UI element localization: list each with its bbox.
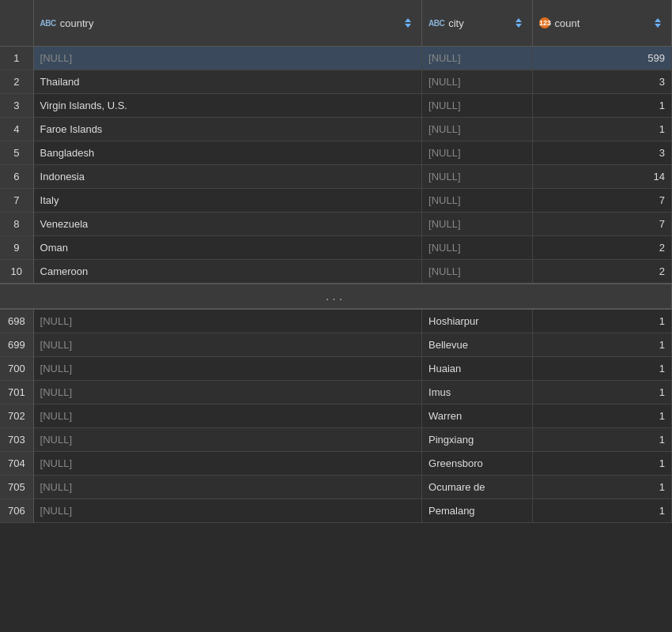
table-row: 705[NULL]Ocumare de1 (0, 476, 672, 499)
row-number-cell: 703 (0, 428, 33, 452)
country-cell: Oman (33, 236, 421, 260)
null-value: [NULL] (40, 339, 72, 351)
null-value: [NULL] (428, 100, 460, 111)
city-cell: Pemalang (422, 499, 533, 523)
row-number-cell: 705 (0, 476, 33, 499)
table-header-row: ABC country ABC (0, 0, 672, 47)
country-cell: [NULL] (33, 452, 421, 476)
city-cell: Huaian (422, 357, 533, 381)
city-cell: [NULL] (422, 47, 533, 70)
row-number-cell: 10 (0, 260, 33, 284)
count-sort-button[interactable] (651, 15, 665, 31)
country-cell: [NULL] (33, 47, 421, 70)
null-value: [NULL] (40, 315, 72, 327)
count-cell: 3 (533, 141, 672, 165)
null-value: [NULL] (40, 363, 72, 374)
count-cell: 1 (533, 428, 672, 452)
row-number-cell: 9 (0, 236, 33, 260)
count-cell: 1 (533, 452, 672, 476)
country-cell: [NULL] (33, 309, 421, 333)
city-sort-button[interactable] (512, 15, 526, 31)
null-value: [NULL] (428, 52, 460, 64)
count-cell: 2 (533, 236, 672, 260)
count-cell: 1 (533, 381, 672, 404)
city-cell: [NULL] (422, 236, 533, 260)
null-value: [NULL] (428, 76, 460, 88)
null-value: [NULL] (428, 147, 460, 159)
count-cell: 599 (533, 47, 672, 70)
country-cell: [NULL] (33, 381, 421, 404)
row-number-cell: 5 (0, 141, 33, 165)
data-table: ABC country ABC (0, 0, 672, 523)
count-cell: 3 (533, 70, 672, 94)
count-cell: 7 (533, 189, 672, 213)
null-value: [NULL] (40, 457, 72, 469)
table-row: 5Bangladesh[NULL]3 (0, 141, 672, 165)
row-number-cell: 706 (0, 499, 33, 523)
count-cell: 1 (533, 499, 672, 523)
table-row: 3Virgin Islands, U.S.[NULL]1 (0, 94, 672, 118)
ellipsis-section: ... (0, 284, 672, 309)
country-cell: Cameroon (33, 260, 421, 284)
row-number-cell: 702 (0, 404, 33, 428)
city-cell: [NULL] (422, 189, 533, 213)
table-row: 8Venezuela[NULL]7 (0, 213, 672, 236)
table-row: 698[NULL]Hoshiarpur1 (0, 309, 672, 333)
city-cell: Pingxiang (422, 428, 533, 452)
country-cell: Venezuela (33, 213, 421, 236)
count-cell: 7 (533, 213, 672, 236)
row-number-cell: 699 (0, 333, 33, 357)
row-number-cell: 701 (0, 381, 33, 404)
city-cell: Greensboro (422, 452, 533, 476)
null-value: [NULL] (40, 481, 72, 493)
city-cell: Warren (422, 404, 533, 428)
country-cell: [NULL] (33, 404, 421, 428)
null-value: [NULL] (40, 386, 72, 398)
null-value: [NULL] (40, 434, 72, 446)
count-cell: 14 (533, 165, 672, 189)
count-cell: 1 (533, 476, 672, 499)
table-body-top: 1[NULL][NULL]5992Thailand[NULL]33Virgin … (0, 47, 672, 284)
country-sort-button[interactable] (401, 15, 415, 31)
city-cell: [NULL] (422, 165, 533, 189)
country-cell: Italy (33, 189, 421, 213)
city-cell: [NULL] (422, 213, 533, 236)
city-cell: Bellevue (422, 333, 533, 357)
city-type-icon: ABC (428, 19, 444, 28)
row-number-cell: 3 (0, 94, 33, 118)
country-cell: Faroe Islands (33, 118, 421, 141)
table-row: 1[NULL][NULL]599 (0, 47, 672, 70)
count-cell: 1 (533, 404, 672, 428)
null-value: [NULL] (428, 218, 460, 230)
country-cell: [NULL] (33, 476, 421, 499)
count-cell: 1 (533, 333, 672, 357)
count-cell: 1 (533, 118, 672, 141)
country-cell: Bangladesh (33, 141, 421, 165)
table-row: 4Faroe Islands[NULL]1 (0, 118, 672, 141)
count-cell: 1 (533, 309, 672, 333)
table-row: 2Thailand[NULL]3 (0, 70, 672, 94)
row-number-cell: 7 (0, 189, 33, 213)
country-column-header: ABC country (33, 0, 421, 47)
city-column-header: ABC city (422, 0, 533, 47)
null-value: [NULL] (428, 265, 460, 277)
city-cell: Hoshiarpur (422, 309, 533, 333)
country-cell: [NULL] (33, 428, 421, 452)
count-cell: 2 (533, 260, 672, 284)
country-cell: [NULL] (33, 357, 421, 381)
city-cell: Ocumare de (422, 476, 533, 499)
table-row: 703[NULL]Pingxiang1 (0, 428, 672, 452)
table-row: 7Italy[NULL]7 (0, 189, 672, 213)
table-row: 701[NULL]Imus1 (0, 381, 672, 404)
count-cell: 1 (533, 94, 672, 118)
table-body-bottom: 698[NULL]Hoshiarpur1699[NULL]Bellevue170… (0, 309, 672, 523)
country-cell: Indonesia (33, 165, 421, 189)
city-cell: [NULL] (422, 70, 533, 94)
ellipsis-cell: ... (0, 284, 672, 309)
country-col-label: country (60, 17, 94, 29)
city-cell: [NULL] (422, 94, 533, 118)
city-cell: [NULL] (422, 141, 533, 165)
country-cell: Virgin Islands, U.S. (33, 94, 421, 118)
count-col-label: count (554, 17, 580, 29)
null-value: [NULL] (428, 242, 460, 254)
